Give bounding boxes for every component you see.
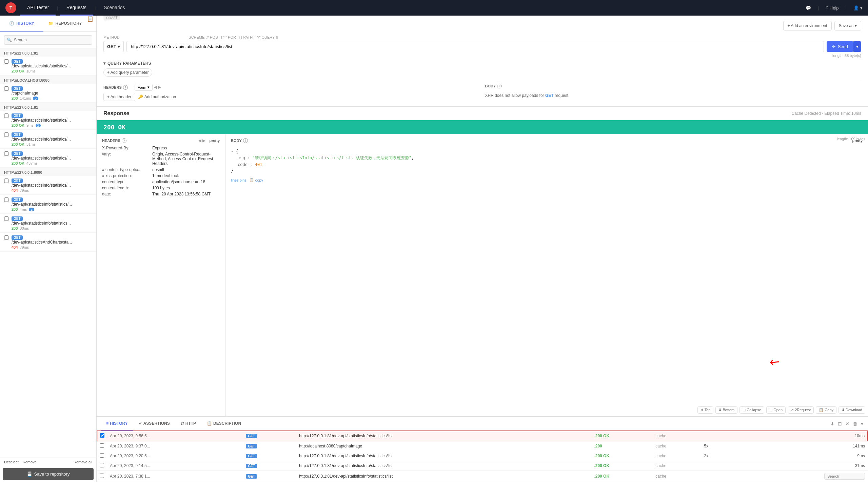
table-row[interactable]: Apr 20, 2023, 7:38:1... GET http://127.0… (97, 471, 868, 482)
query-params-toggle[interactable]: ▾ QUERY PARAMETERS (103, 61, 861, 66)
status-banner: 200 OK (97, 120, 868, 134)
method-url-labels: METHOD SCHEME :// HOST [ ":" PORT ] [ PA… (103, 35, 861, 40)
form-toggle-button[interactable]: Form ▾ (135, 84, 153, 91)
method-badge: GET (12, 132, 23, 137)
notifications-icon[interactable]: 💬 (806, 5, 811, 11)
row-checkbox[interactable] (100, 433, 104, 438)
remove-btn[interactable]: Remove (23, 460, 37, 464)
row-checkbox[interactable] (100, 463, 104, 467)
resp-headers-arrow-right[interactable]: ▶ (202, 139, 205, 143)
sidebar-copy-icon[interactable]: 📋 (87, 16, 94, 32)
search-input[interactable] (4, 35, 92, 45)
url-length: length: 58 byte(s) (103, 54, 861, 58)
headers-info-icon[interactable]: ? (123, 85, 128, 90)
query-params-section: ▾ QUERY PARAMETERS + Add query parameter (103, 61, 861, 77)
request-top-bar: + Add an environment Save as ▾ (103, 21, 861, 30)
save-to-repository-button[interactable]: 💾 Save to repository (3, 468, 94, 480)
list-item[interactable]: GET /dev-api/statisticsAndCharts/sta... … (0, 233, 96, 252)
table-row[interactable]: Apr 20, 2023, 9:20:5... GET http://127.0… (97, 451, 868, 461)
item-checkbox[interactable] (4, 179, 9, 183)
resp-headers-arrow-left[interactable]: ◀ (198, 139, 201, 143)
top-button[interactable]: ⬆ Top (697, 406, 714, 414)
nav-tab-scenarios[interactable]: Scenarios (97, 0, 132, 16)
resp-headers-pretty[interactable]: pretty (209, 139, 220, 143)
profile-button[interactable]: 👤 ▾ (853, 5, 863, 11)
method-select[interactable]: GET ▾ (103, 41, 124, 52)
remove-all-btn[interactable]: Remove all (74, 460, 92, 464)
add-header-button[interactable]: + Add header (103, 93, 135, 101)
bottom-tab-history[interactable]: ≡ HISTORY (101, 417, 133, 431)
item-checkbox[interactable] (4, 113, 9, 118)
arrow-right-icon[interactable]: ▶ (158, 85, 161, 89)
history-search-input[interactable] (824, 473, 865, 480)
bottom-tab-description[interactable]: 📋 DESCRIPTION (201, 417, 246, 431)
item-url: /dev-api/statisticsInfo/statistics/... (12, 64, 92, 68)
collapse-button[interactable]: ⊟ Collapse (739, 406, 764, 414)
list-item[interactable]: GET /captchaImage 200 141ms 5 (0, 84, 96, 103)
item-checkbox[interactable] (4, 132, 9, 137)
arrow-left-icon[interactable]: ◀ (154, 85, 157, 89)
table-row[interactable]: Apr 20, 2023, 9:37:0... GET http://local… (97, 441, 868, 451)
nav-tab-api-tester[interactable]: API Tester (20, 0, 56, 16)
add-environment-button[interactable]: + Add an environment (783, 21, 832, 30)
list-item[interactable]: GET /dev-api/statisticsInfo/statistics/.… (0, 176, 96, 195)
send-dropdown-button[interactable]: ▾ (853, 41, 861, 52)
help-button[interactable]: ? Help (826, 5, 839, 11)
profile-icon: 👤 (853, 5, 859, 11)
request-area: DRAFT + Add an environment Save as ▾ MET… (97, 16, 868, 107)
nav-tab-requests[interactable]: Requests (60, 0, 93, 16)
item-url: /dev-api/statisticsInfo/statistics/... (12, 183, 92, 188)
row-checkbox[interactable] (100, 453, 104, 458)
bottom-assertions-icon: ✓ (139, 421, 142, 426)
lines-pins-button[interactable]: lines pins (231, 178, 246, 182)
add-authorization-button[interactable]: 🔑 Add authorization (138, 93, 176, 101)
method-badge: GET (12, 113, 23, 118)
download-history-button[interactable]: ⬇ (830, 420, 835, 427)
send-button[interactable]: ✈ Send (827, 41, 853, 52)
list-item[interactable]: GET /dev-api/statisticsInfo/statistics/.… (0, 57, 96, 76)
open-button[interactable]: ⊞ Open (766, 406, 786, 414)
resp-body-info-icon[interactable]: ? (243, 138, 248, 143)
bottom-tab-assertions[interactable]: ✓ ASSERTIONS (133, 417, 175, 431)
status-badge: 200 (12, 96, 18, 100)
group-label-0: HTTP://127.0.0.1:81 (0, 48, 96, 57)
save-as-button[interactable]: Save as ▾ (834, 21, 861, 30)
expand-history-button[interactable]: ⊡ (837, 420, 843, 427)
item-checkbox[interactable] (4, 151, 9, 156)
download-button[interactable]: ⬇ Download (839, 406, 865, 414)
close-history-button[interactable]: ✕ (845, 420, 850, 427)
item-checkbox[interactable] (4, 86, 9, 91)
list-item[interactable]: GET /dev-api//statisticsInfo/statistics.… (0, 214, 96, 233)
add-query-param-button[interactable]: + Add query parameter (103, 68, 152, 77)
list-item[interactable]: GET /dev-api/statisticsInfo/statistics/.… (0, 149, 96, 168)
collapse-panel-button[interactable]: ▾ (860, 420, 864, 427)
table-row[interactable]: Apr 20, 2023, 9:56:5... GET http://127.0… (97, 431, 868, 441)
bottom-tab-http[interactable]: ⇄ HTTP (175, 417, 201, 431)
item-checkbox[interactable] (4, 235, 9, 240)
row-checkbox[interactable] (100, 474, 104, 478)
body-info-icon[interactable]: ? (497, 84, 502, 88)
list-item[interactable]: GET /dev-api/statisticsInfo/statistics/.… (0, 130, 96, 149)
inline-copy-button[interactable]: 📋 copy (249, 178, 263, 182)
table-row[interactable]: Apr 20, 2023, 9:14:5... GET http://127.0… (97, 461, 868, 471)
item-checkbox[interactable] (4, 59, 9, 64)
row-checkbox[interactable] (100, 443, 104, 448)
header-row: x-xss-protection:1; mode=block (102, 173, 220, 178)
help-circle-icon: ? (826, 5, 828, 11)
sidebar-tab-repository[interactable]: 📁 REPOSITORY (43, 16, 87, 32)
deselect-btn[interactable]: Deselect (4, 460, 19, 464)
url-input[interactable] (126, 41, 824, 52)
status-badge: 200 OK (12, 69, 24, 73)
copy-button[interactable]: 📋 Copy (816, 406, 836, 414)
bottom-button[interactable]: ⬇ Bottom (715, 406, 737, 414)
item-checkbox[interactable] (4, 216, 9, 221)
row-url: http://127.0.0.1:81/dev-api/statisticsIn… (296, 451, 591, 461)
sidebar-tab-history[interactable]: 🕐 HISTORY (0, 16, 43, 32)
resp-headers-info-icon[interactable]: ? (122, 138, 126, 143)
item-body: GET /dev-api/statisticsInfo/statistics/.… (12, 132, 92, 146)
list-item[interactable]: GET /dev-api/statisticsInfo/statistics/.… (0, 111, 96, 130)
list-item[interactable]: GET /dev-api//statisticsInfo/statistics/… (0, 195, 96, 214)
delete-history-button[interactable]: 🗑 (852, 420, 858, 427)
to-request-button[interactable]: ↗ 2Request (788, 406, 814, 414)
item-checkbox[interactable] (4, 197, 9, 202)
